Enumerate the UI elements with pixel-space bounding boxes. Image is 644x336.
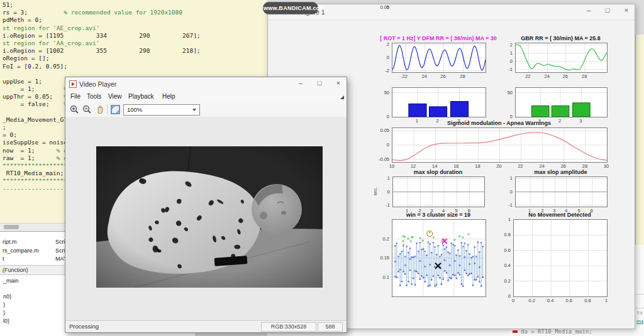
- tick-label: 0.6: [561, 298, 577, 303]
- svg-text:*: *: [441, 278, 444, 283]
- video-player-window: Video Player – □ × File Tools View Playb…: [65, 77, 347, 333]
- plot-slop-amplitude-axes: [515, 176, 608, 207]
- status-rgb-size: RGB:330x528: [261, 322, 316, 332]
- svg-text:*: *: [419, 259, 421, 264]
- svg-text:*: *: [478, 251, 480, 256]
- code-line: rs = 3; % recommended value for 1920x108…: [3, 9, 267, 16]
- menu-item-file[interactable]: File: [70, 93, 80, 100]
- function-list-item[interactable]: _main: [3, 278, 19, 284]
- svg-text:*: *: [440, 283, 443, 288]
- svg-text:*: *: [464, 242, 466, 247]
- menu-item-view[interactable]: View: [108, 93, 122, 100]
- svg-text:*: *: [435, 253, 438, 258]
- svg-text:*: *: [472, 284, 474, 289]
- svg-text:*: *: [407, 237, 410, 243]
- svg-text:*: *: [478, 266, 480, 271]
- tick-label: 1: [409, 118, 425, 124]
- svg-text:*: *: [428, 263, 431, 268]
- minimize-button[interactable]: –: [584, 6, 593, 14]
- svg-text:*: *: [419, 237, 422, 242]
- svg-text:*: *: [396, 276, 398, 281]
- video-player-toolbar: 100%: [65, 103, 347, 117]
- video-display-area: [65, 117, 347, 321]
- svg-text:*: *: [410, 283, 413, 288]
- plot-slop-duration-title: max slop duration: [414, 169, 463, 175]
- video-frame-baby: [96, 146, 323, 288]
- tick-label: 0.2: [524, 298, 540, 303]
- plot-sigmoid-axes: [392, 127, 608, 163]
- maximize-button[interactable]: □: [315, 79, 324, 87]
- edge-link[interactable]: ma: [636, 318, 643, 324]
- svg-text:*: *: [473, 262, 475, 267]
- svg-text:*: *: [458, 254, 461, 259]
- status-frame-number: 588: [318, 322, 343, 332]
- function-list-item[interactable]: n0): [3, 293, 11, 300]
- tick-label: 12: [405, 163, 421, 169]
- svg-text:*: *: [424, 280, 426, 285]
- video-player-titlebar[interactable]: Video Player – □ ×: [65, 77, 347, 92]
- plot-no-movement-axes: [513, 219, 608, 297]
- zoom-out-icon[interactable]: [82, 104, 92, 115]
- zoom-level-value: 100%: [127, 106, 142, 113]
- svg-text:*: *: [433, 246, 436, 251]
- close-button[interactable]: ×: [334, 79, 343, 87]
- svg-text:*: *: [455, 277, 458, 282]
- file-name: t: [3, 256, 4, 262]
- svg-text:*: *: [428, 284, 431, 289]
- menu-item-help[interactable]: Help: [162, 93, 175, 100]
- pan-hand-icon[interactable]: [94, 104, 105, 115]
- fit-to-window-icon[interactable]: [110, 104, 121, 115]
- svg-text:*: *: [424, 265, 426, 270]
- tick-label: 26: [555, 163, 572, 169]
- scrollbar-thumb[interactable]: [4, 225, 19, 229]
- tick-label: 26: [435, 73, 451, 79]
- tick-label: 0.4: [492, 263, 511, 268]
- tick-label: 0: [370, 114, 389, 119]
- dock-corner-icon[interactable]: [340, 95, 344, 99]
- tick-label: -2: [370, 68, 389, 73]
- tick-label: -1: [494, 67, 513, 72]
- svg-text:*: *: [428, 231, 431, 237]
- code-line: st region for 'AA_crop.avi': [3, 40, 267, 47]
- svg-text:*: *: [453, 239, 457, 244]
- svg-text:*: *: [401, 280, 403, 285]
- svg-text:*: *: [406, 245, 408, 250]
- svg-text:*: *: [472, 255, 474, 260]
- svg-text:*: *: [473, 246, 475, 251]
- file-name: ript.m: [3, 239, 17, 245]
- svg-text:*: *: [437, 244, 440, 249]
- plot-gbr-axes: [515, 43, 608, 73]
- command-line: da = RT10_Media_main;: [521, 328, 592, 335]
- function-header-label: (Function): [3, 267, 28, 273]
- svg-text:*: *: [404, 264, 406, 269]
- plot-gbr-title: GBR RR = ( 30/min) MA = 25.8: [521, 35, 601, 41]
- svg-text:*: *: [428, 242, 431, 247]
- close-button[interactable]: ×: [622, 6, 631, 14]
- background-editor-sliver: [635, 35, 644, 245]
- zoom-in-icon[interactable]: [69, 104, 80, 115]
- svg-text:*: *: [445, 271, 448, 276]
- svg-text:*: *: [409, 247, 411, 252]
- menu-item-playback[interactable]: Playback: [128, 93, 154, 100]
- tick-label: 0: [494, 58, 513, 64]
- tick-label: 18: [469, 163, 486, 169]
- tick-label: 16: [448, 163, 464, 169]
- code-line: i.oRegion = [1195 334 290 267];: [3, 32, 267, 40]
- svg-text:*: *: [412, 277, 414, 282]
- video-player-icon: [69, 80, 77, 88]
- menu-item-tools[interactable]: Tools: [87, 93, 101, 100]
- svg-text:*: *: [480, 285, 482, 290]
- function-list-item[interactable]: ): [3, 310, 5, 316]
- svg-text:*: *: [458, 273, 461, 278]
- tick-label: 0: [370, 4, 389, 10]
- tick-label: 0.6: [492, 247, 511, 253]
- svg-text:*: *: [411, 236, 414, 241]
- tick-label: 28: [577, 163, 593, 169]
- function-list-item[interactable]: l0): [3, 318, 9, 324]
- maximize-button[interactable]: □: [603, 6, 612, 14]
- minimize-button[interactable]: –: [296, 79, 305, 87]
- tick-label: 2: [370, 41, 389, 47]
- function-list-item[interactable]: ): [3, 301, 5, 308]
- zoom-level-combobox[interactable]: 100%: [123, 104, 200, 116]
- tick-label: 0: [370, 55, 389, 60]
